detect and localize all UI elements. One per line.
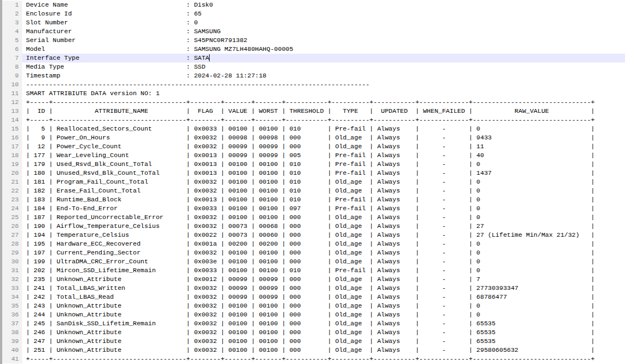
line-number[interactable]: 32 [2,275,22,284]
editor-line[interactable]: 22| 182 | Erase_Fail_Count_Total | 0x003… [2,186,625,195]
editor-line[interactable]: 28| 195 | Hardware_ECC_Recovered | 0x001… [2,240,625,248]
editor-line[interactable]: 13| ID | ATTRIBUTE_NAME | FLAG | VALUE |… [2,107,625,116]
editor-line[interactable]: 3Slot Number : 0 [2,18,625,27]
editor-line[interactable]: 34| 242 | Total_LBAS_Read | 0x0032 | 000… [2,293,625,301]
editor-line[interactable]: 31| 202 | Mircon_SSD_Lifetime_Remain | 0… [2,266,625,275]
line-text[interactable]: | 197 | Current_Pending_Sector | 0x0032 … [22,248,625,257]
line-text[interactable]: | 246 | Unknown_Attribute | 0x0032 | 001… [22,328,625,337]
line-number[interactable]: 22 [2,186,22,195]
editor-line[interactable]: 21| 181 | Program_Fail_Count_Total | 0x0… [2,178,625,186]
line-text[interactable]: | 187 | Reported_Uncorrectable_Error | 0… [22,213,625,222]
line-number[interactable]: 39 [2,337,22,346]
editor-line[interactable]: 40| 251 | Unknown_Attribute | 0x0032 | 0… [2,346,625,355]
line-number[interactable]: 37 [2,319,22,328]
editor-line[interactable]: 20| 180 | Unused_Rsvd_Blk_Count_ToTal | … [2,169,625,178]
line-number[interactable]: 34 [2,293,22,301]
line-number[interactable]: 30 [2,257,22,266]
line-text[interactable]: | 244 | Unknown_Attribute | 0x0032 | 001… [22,310,625,319]
line-number[interactable]: 29 [2,248,22,257]
line-text[interactable]: Model : SAMSUNG MZ7LH480HAHQ-00005 [22,45,625,54]
line-number[interactable]: 11 [2,89,22,98]
line-number[interactable]: 33 [2,284,22,293]
line-number[interactable]: 7 [2,54,22,63]
line-text[interactable]: Device Name : Disk0 [22,1,625,9]
line-text[interactable]: Timestamp : 2024-02-28 11:27:18 [22,71,625,80]
line-number[interactable]: 35 [2,301,22,310]
line-text[interactable]: | 9 | Power_On_Hours | 0x0032 | 00098 | … [22,133,625,142]
editor-line[interactable]: 23| 183 | Runtime_Bad_Block | 0x0013 | 0… [2,195,625,204]
line-number[interactable]: 18 [2,151,22,160]
line-text[interactable]: | 194 | Temperature_Celsius | 0x0022 | 0… [22,231,625,240]
line-number[interactable]: 4 [2,27,22,36]
line-text[interactable]: | 179 | Used_Rsvd_Blk_Count_ToTal | 0x00… [22,160,625,169]
line-number[interactable]: 19 [2,160,22,169]
editor-line[interactable]: 15| 5 | Reallocated_Sectors_Count | 0x00… [2,124,625,133]
editor-line[interactable]: 6Model : SAMSUNG MZ7LH480HAHQ-00005 [2,45,625,54]
line-text[interactable]: Manufacturer : SAMSUNG [22,27,625,36]
line-text[interactable]: ----------------------------------------… [22,80,625,89]
editor-line[interactable]: 2Enclosure Id : 65 [2,9,625,18]
line-number[interactable]: 25 [2,213,22,222]
editor-line[interactable]: 5Serial Number : S45PNC0R791382 [2,36,625,45]
line-number[interactable]: 16 [2,133,22,142]
line-text[interactable]: | ID | ATTRIBUTE_NAME | FLAG | VALUE | W… [22,107,625,116]
editor-line[interactable]: 4Manufacturer : SAMSUNG [2,27,625,36]
line-text[interactable]: | 183 | Runtime_Bad_Block | 0x0013 | 001… [22,195,625,204]
line-text[interactable]: Enclosure Id : 65 [22,9,625,18]
line-text[interactable]: | 202 | Mircon_SSD_Lifetime_Remain | 0x0… [22,266,625,275]
editor-line[interactable]: 9Timestamp : 2024-02-28 11:27:18 [2,71,625,80]
line-number[interactable]: 5 [2,36,22,45]
line-text[interactable]: | 235 | Unknown_Attribute | 0x0012 | 000… [22,275,625,284]
line-text[interactable]: | 180 | Unused_Rsvd_Blk_Count_ToTal | 0x… [22,169,625,178]
line-number[interactable]: 3 [2,18,22,27]
line-number[interactable]: 27 [2,231,22,240]
editor-line[interactable]: 12+-----+-------------------------------… [2,98,625,107]
line-text[interactable]: SMART ATTRIBIUTE DATA version NO: 1 [22,89,625,98]
line-number[interactable]: 1 [2,1,22,9]
editor-line[interactable]: 38| 246 | Unknown_Attribute | 0x0032 | 0… [2,328,625,337]
editor-line[interactable]: 39| 247 | Unknown_Attribute | 0x0032 | 0… [2,337,625,346]
line-text[interactable]: Serial Number : S45PNC0R791382 [22,36,625,45]
line-number[interactable]: 15 [2,124,22,133]
line-number[interactable]: 17 [2,142,22,151]
line-number[interactable]: 36 [2,310,22,319]
line-text[interactable]: | 247 | Unknown_Attribute | 0x0032 | 001… [22,337,625,346]
line-number[interactable]: 40 [2,346,22,355]
editor-line[interactable]: 14+-----+-------------------------------… [2,116,625,124]
line-text[interactable]: +-----+---------------------------------… [22,116,625,124]
editor-line[interactable]: 30| 199 | UltraDMA_CRC_Error_Count | 0x0… [2,257,625,266]
editor-line[interactable]: 18| 177 | Wear_Leveling_Count | 0x0013 |… [2,151,625,160]
line-text[interactable]: | 195 | Hardware_ECC_Recovered | 0x001a … [22,240,625,248]
editor-line[interactable]: 35| 243 | Unknown_Attribute | 0x0032 | 0… [2,301,625,310]
line-text[interactable]: | 12 | Power_Cycle_Count | 0x0032 | 0009… [22,142,625,151]
line-text[interactable]: | 242 | Total_LBAS_Read | 0x0032 | 00099… [22,293,625,301]
line-number[interactable]: 38 [2,328,22,337]
line-text[interactable]: | 184 | End-To-End_Error | 0x0033 | 0010… [22,204,625,213]
editor-line[interactable]: 8Media Type : SSD [2,63,625,71]
editor-line[interactable]: 24| 184 | End-To-End_Error | 0x0033 | 00… [2,204,625,213]
line-number[interactable]: 14 [2,116,22,124]
line-number[interactable]: 28 [2,240,22,248]
line-text[interactable]: Media Type : SSD [22,63,625,71]
editor-line[interactable]: 19| 179 | Used_Rsvd_Blk_Count_ToTal | 0x… [2,160,625,169]
editor-line[interactable]: 37| 245 | SanDisk_SSD_Lifetim_Remain | 0… [2,319,625,328]
line-text[interactable]: | 182 | Erase_Fail_Count_Total | 0x0032 … [22,186,625,195]
line-text[interactable]: | 190 | Airflow_Temperature_Celsius | 0x… [22,222,625,231]
editor-line[interactable]: 36| 244 | Unknown_Attribute | 0x0032 | 0… [2,310,625,319]
editor-line[interactable]: 25| 187 | Reported_Uncorrectable_Error |… [2,213,625,222]
line-text[interactable]: | 5 | Reallocated_Sectors_Count | 0x0033… [22,124,625,133]
line-number[interactable]: 31 [2,266,22,275]
line-number[interactable]: 41 [2,355,22,363]
editor-line[interactable]: 29| 197 | Current_Pending_Sector | 0x003… [2,248,625,257]
line-number[interactable]: 6 [2,45,22,54]
editor-line[interactable]: 27| 194 | Temperature_Celsius | 0x0022 |… [2,231,625,240]
line-text[interactable]: | 199 | UltraDMA_CRC_Error_Count | 0x003… [22,257,625,266]
line-number[interactable]: 24 [2,204,22,213]
editor-line[interactable]: 41+-----+-------------------------------… [2,355,625,363]
line-text[interactable]: | 181 | Program_Fail_Count_Total | 0x003… [22,178,625,186]
editor-line[interactable]: 32| 235 | Unknown_Attribute | 0x0012 | 0… [2,275,625,284]
editor-line[interactable]: 7Interface Type : SATA [2,54,625,63]
editor-line[interactable]: 33| 241 | Total_LBAS_Written | 0x0032 | … [2,284,625,293]
editor-line[interactable]: 26| 190 | Airflow_Temperature_Celsius | … [2,222,625,231]
editor-line[interactable]: 17| 12 | Power_Cycle_Count | 0x0032 | 00… [2,142,625,151]
